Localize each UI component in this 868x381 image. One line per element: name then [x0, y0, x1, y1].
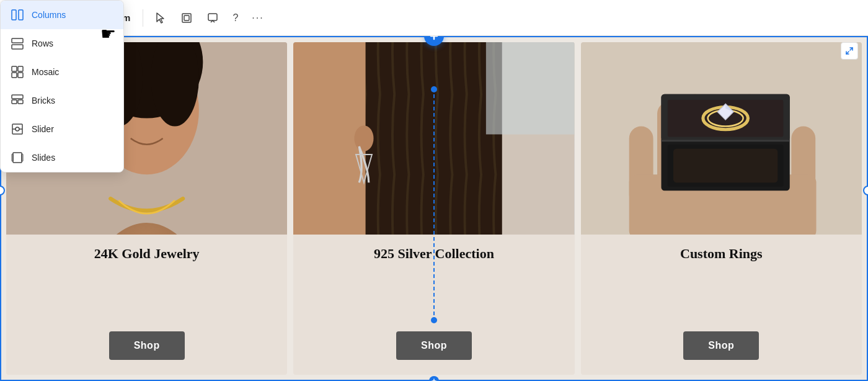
more-options-button[interactable]: ··· — [247, 9, 268, 27]
dropdown-item-slider[interactable]: Slider — [1, 115, 123, 143]
dropdown-mosaic-label: Mosaic — [32, 67, 59, 77]
dropdown-item-mosaic[interactable]: Mosaic — [1, 58, 123, 86]
svg-rect-15 — [12, 100, 17, 104]
drag-dot-2 — [431, 317, 437, 323]
select-tool-button[interactable] — [149, 8, 172, 28]
svg-rect-16 — [18, 100, 23, 104]
custom-rings-image — [581, 42, 862, 235]
card-gold-shop-button[interactable]: Shop — [109, 331, 185, 360]
svg-rect-13 — [18, 73, 23, 78]
card-gold-title: 24K Gold Jewelry — [84, 235, 210, 268]
help-button[interactable]: ? — [228, 9, 243, 27]
dropdown-item-rows[interactable]: Rows — [1, 29, 123, 58]
dropdown-item-slides[interactable]: Slides — [1, 143, 123, 172]
svg-rect-6 — [12, 10, 16, 20]
svg-point-18 — [16, 127, 19, 131]
expand-icon — [845, 47, 854, 55]
svg-rect-5 — [208, 14, 217, 20]
svg-rect-4 — [184, 16, 189, 20]
dropdown-slides-label: Slides — [32, 153, 55, 163]
drag-indicator — [433, 84, 435, 325]
svg-rect-3 — [182, 14, 191, 22]
card-rings-title: Custom Rings — [670, 235, 773, 268]
card-rings-image — [581, 42, 862, 235]
slider-icon — [11, 122, 24, 136]
slides-icon — [11, 151, 24, 164]
plus-small-icon — [432, 379, 436, 381]
card-silver-shop-button[interactable]: Shop — [396, 331, 472, 360]
svg-rect-55 — [673, 149, 777, 182]
svg-rect-21 — [22, 154, 23, 161]
svg-rect-9 — [12, 45, 23, 49]
dropdown-columns-label: Columns — [32, 10, 66, 20]
comment-tool-button[interactable] — [202, 8, 224, 28]
dropdown-bricks-label: Bricks — [32, 96, 55, 105]
svg-marker-2 — [157, 13, 164, 23]
svg-rect-20 — [12, 154, 13, 161]
card-silver: 925 Silver Collection Shop — [293, 42, 574, 375]
dropdown-rows-label: Rows — [32, 38, 53, 48]
svg-rect-10 — [12, 66, 17, 71]
card-rings-shop-button[interactable]: Shop — [683, 331, 759, 360]
rows-icon — [11, 37, 24, 50]
dropdown-item-bricks[interactable]: Bricks — [1, 86, 123, 115]
toolbar-divider-2 — [143, 9, 143, 27]
svg-rect-12 — [12, 73, 17, 78]
help-icon: ? — [232, 12, 238, 24]
svg-rect-8 — [12, 38, 23, 43]
drag-dot-1 — [431, 86, 437, 92]
mosaic-icon — [11, 65, 24, 79]
svg-rect-11 — [18, 66, 23, 71]
more-icon: ··· — [252, 12, 264, 24]
svg-rect-19 — [13, 153, 22, 163]
dropdown-slider-label: Slider — [32, 124, 54, 134]
svg-point-32 — [355, 125, 374, 151]
layout-dropdown-menu: Columns Rows Mosaic Bricks — [0, 0, 124, 173]
expand-button[interactable] — [841, 42, 858, 60]
toolbar: Columns Add Item ? ··· — [0, 0, 868, 36]
bricks-icon — [11, 94, 24, 107]
svg-rect-34 — [486, 42, 574, 135]
svg-rect-7 — [19, 10, 23, 20]
columns-icon — [11, 8, 24, 22]
dropdown-item-columns[interactable]: Columns — [1, 1, 123, 29]
card-rings: Custom Rings Shop — [581, 42, 862, 375]
cards-container: 24K Gold Jewelry Shop — [6, 42, 862, 375]
drag-line — [433, 94, 435, 315]
svg-rect-14 — [12, 95, 23, 99]
frame-tool-button[interactable] — [175, 8, 198, 28]
